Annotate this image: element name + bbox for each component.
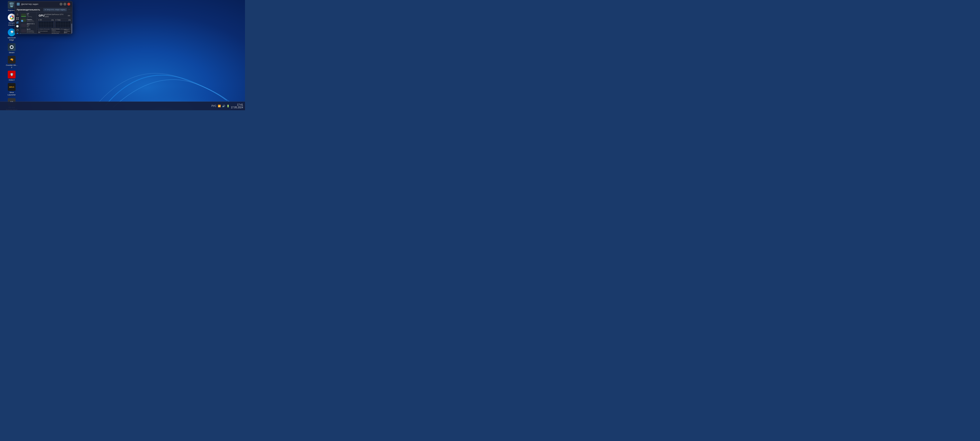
taskmanager-window-controls: − □ ✕ (60, 3, 70, 6)
korzina-label: Корзина (8, 9, 15, 12)
gpu-usage-value: 0% (38, 32, 48, 33)
dota2-label: Dota 2 (9, 79, 14, 81)
scrollbar-thumb (71, 24, 72, 34)
new-task-icon: ⊕ (45, 9, 46, 10)
gpu-dedicated-info-label: Выделенная память графического процессор… (51, 28, 60, 34)
taskmanager-titlebar: Диспетчер задач − □ ✕ (15, 1, 72, 7)
process-item-memory[interactable]: Память 3,5/13,9 ГБ (25%) (20, 18, 37, 22)
desktop-swirl (93, 37, 239, 110)
disk-name: Диск 0 (С:) (27, 23, 35, 25)
gpu-3d-section: ∨ 3D 0% (38, 19, 54, 28)
desktop-icon-dota2[interactable]: 🛡️ Dota 2 (5, 71, 19, 81)
sirus-icon: $IRUS (8, 83, 16, 91)
gpu-dedicated-info: Выделенная память графического процессор… (51, 28, 60, 34)
gpu-model: NVIDIA GeForce GTX 1650 (45, 13, 68, 18)
cs2-icon: 🔫 (8, 56, 16, 63)
disk-thumb (21, 24, 26, 27)
memory-detail: 3,5/13,9 ГБ (25%) (27, 21, 35, 22)
desktop-icon-sirus[interactable]: $IRUS SirusLauncher (5, 83, 19, 96)
gpu-copy-label: ∨ Copy (55, 19, 60, 21)
desktop-icon-cs2[interactable]: 🔫 Counter-Str...2 (5, 56, 19, 69)
taskmanager-app-icon (17, 3, 20, 6)
taskbar-lang: РУС (212, 105, 216, 107)
edge-label: MicrosoftEdge (8, 36, 16, 41)
svg-rect-15 (18, 21, 18, 24)
sidebar-startup-icon[interactable] (16, 29, 19, 31)
taskbar-volume-icon: 🔊 (222, 105, 225, 107)
gpu-usage-pct: 0% (68, 15, 70, 16)
svg-rect-13 (16, 22, 17, 24)
memory-name: Память (27, 19, 35, 21)
chrome-label: GoogleChrome (8, 22, 15, 27)
gpu-3d-label-row: ∨ 3D 0% (38, 19, 54, 21)
gpu-copy-pct: 0% (68, 19, 71, 21)
process-item-disk[interactable]: Диск 0 (С:) SSD 0% (20, 22, 37, 28)
minimize-button[interactable]: − (60, 3, 62, 6)
svg-rect-7 (17, 4, 18, 5)
gpu-copy-section: ∨ Copy 0% (55, 19, 71, 28)
cpu-thumb (21, 14, 26, 17)
taskbar-datetime[interactable]: 17:41 17.05.2024 (231, 103, 243, 109)
svg-rect-8 (19, 4, 19, 5)
close-button[interactable]: ✕ (67, 3, 70, 6)
svg-point-2 (11, 16, 13, 19)
gpu-driver-info: Версия драйвера: Дата разработки: (64, 29, 72, 34)
wifi-info: Wi-Fi Беспроводная сеть О: 0 П: 0 кбит/с (27, 29, 35, 33)
cs2-label: Counter-Str...2 (6, 64, 18, 69)
memory-info: Память 3,5/13,9 ГБ (25%) (27, 19, 35, 22)
new-task-label: Запустить новую задачу (46, 9, 65, 10)
gpu-3d-grid (38, 21, 54, 28)
svg-rect-9 (16, 17, 17, 18)
taskmanager-gpu-content: GPU NVIDIA GeForce GTX 1650 0% ∨ 3D 0% (37, 13, 72, 34)
disk-detail2: 0% (27, 26, 35, 27)
steam-label: Steam (9, 51, 14, 54)
svg-rect-11 (16, 19, 17, 20)
wifi-detail2: О: 0 П: 0 кбит/с (27, 32, 35, 33)
taskmanager-body: ☰ 🕐 (15, 13, 72, 34)
gpu-copy-grid (56, 21, 70, 28)
taskbar-time-display: 17:41 (231, 103, 243, 106)
gpu-bottom-info: Использование 0% Выделенная память графи… (37, 29, 72, 34)
taskmanager-title-left: Диспетчер задач (17, 3, 38, 6)
memory-thumb (21, 19, 26, 22)
new-task-button[interactable]: ⊕ Запустить новую задачу (43, 8, 67, 11)
process-item-cpu[interactable]: ЦП 3% 1,47 ГГц (20, 13, 37, 18)
taskmanager-sidebar: ☰ 🕐 (15, 13, 20, 34)
gpu-graphs-row1: ∨ 3D 0% (38, 19, 71, 28)
gpu-usage-info: Использование 0% (38, 30, 48, 33)
taskmanager-scrollbar[interactable] (71, 24, 72, 29)
taskbar-wifi-icon: 📶 (218, 105, 221, 107)
taskbar: РУС 📶 🔊 🔋 17:41 17.05.2024 (0, 102, 245, 110)
gpu-3d-pct: 0% (51, 19, 54, 21)
sidebar-users-icon[interactable]: 👤 (16, 33, 19, 34)
process-item-wifi[interactable]: Wi-Fi Беспроводная сеть О: 0 П: 0 кбит/с (20, 28, 37, 33)
cpu-name: ЦП (27, 13, 35, 14)
desktop-icon-steam[interactable]: Steam (5, 43, 19, 54)
svg-point-4 (11, 46, 13, 48)
svg-rect-5 (17, 3, 18, 4)
disk-info: Диск 0 (С:) SSD 0% (27, 23, 35, 27)
sidebar-menu-icon[interactable]: ☰ (16, 13, 19, 16)
more-options-button[interactable]: ··· (68, 8, 70, 11)
maximize-button[interactable]: □ (64, 3, 66, 6)
process-item-gpu-nvidia[interactable]: Графический про... NVIDIA GeForce GTX 16… (20, 33, 37, 34)
taskbar-battery-icon: 🔋 (226, 105, 229, 107)
sidebar-performance-icon[interactable] (16, 21, 19, 24)
svg-rect-6 (19, 3, 19, 4)
gpu-copy-graph (55, 21, 71, 28)
taskmanager-window: Диспетчер задач − □ ✕ Производительность… (14, 1, 72, 34)
cpu-detail2: 1,47 ГГц (27, 16, 35, 17)
taskmanager-header-title: Производительность (17, 8, 40, 11)
svg-rect-14 (17, 22, 18, 24)
desktop: 🗑️ Корзина GoogleChrome (0, 0, 245, 110)
sirus-label: SirusLauncher (8, 91, 16, 96)
sidebar-processes-icon[interactable] (16, 17, 19, 20)
sidebar-history-icon[interactable]: 🕐 (16, 25, 19, 27)
wifi-thumb (21, 29, 26, 33)
gpu-3d-graph (38, 21, 54, 28)
gpu-header: GPU NVIDIA GeForce GTX 1650 0% (37, 13, 72, 19)
gpu-driver-value: Дата разработки: (64, 32, 72, 34)
svg-rect-10 (18, 17, 19, 18)
svg-rect-12 (18, 19, 19, 20)
gpu-3d-label: ∨ 3D (38, 19, 42, 21)
